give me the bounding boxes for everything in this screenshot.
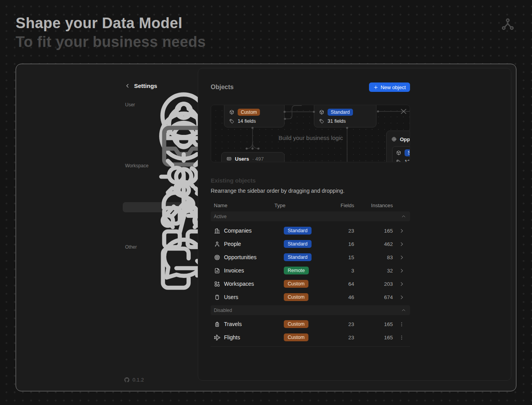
existing-objects-heading: Existing objects — [211, 177, 256, 184]
objects-heading: Objects — [211, 84, 234, 91]
page-title: Shape your Data Model — [16, 15, 183, 32]
chevron-right-icon[interactable] — [393, 294, 410, 300]
diagram-caption: Build your business logic — [252, 134, 369, 141]
table-row-opportunities[interactable]: Opportunities Standard 15 83 — [211, 251, 410, 264]
tag-icon — [229, 118, 235, 124]
type-badge: Custom — [284, 293, 308, 301]
settings-window: Settings User Profile Experience Account… — [16, 64, 516, 391]
diagram-users-card[interactable]: Users · 497 — [221, 152, 285, 162]
table-row-travels[interactable]: Travels Custom 23 165 — [211, 317, 410, 331]
close-icon — [401, 109, 406, 114]
cube-icon — [319, 109, 324, 115]
table-row-companies[interactable]: Companies Standard 23 165 — [211, 224, 410, 237]
settings-nav: Settings User Profile Experience Account… — [123, 81, 185, 273]
tag-icon — [396, 159, 401, 162]
chevron-right-icon[interactable] — [393, 241, 410, 247]
standard-badge: Standard — [405, 149, 410, 156]
chevron-up-icon — [401, 214, 406, 219]
type-badge: Remote — [284, 267, 309, 274]
id-card-icon — [226, 156, 232, 161]
table-row-flights[interactable]: Flights Custom 23 165 — [211, 331, 410, 344]
chevron-up-icon — [401, 308, 406, 313]
page-subtitle: To fit your business needs — [16, 34, 206, 50]
data-model-icon — [500, 17, 515, 32]
column-type: Type — [274, 202, 321, 208]
chevron-right-icon[interactable] — [393, 268, 410, 274]
chevron-right-icon[interactable] — [393, 281, 410, 287]
type-badge: Custom — [284, 320, 308, 328]
type-badge: Standard — [284, 253, 312, 261]
plane-icon — [214, 334, 224, 341]
type-badge: Standard — [284, 240, 312, 248]
column-fields: Fields — [321, 202, 354, 208]
target-icon — [391, 136, 397, 142]
tag-icon — [319, 118, 324, 124]
type-badge: Standard — [284, 227, 312, 235]
active-rows: Companies Standard 23 165 People Standar… — [211, 224, 410, 304]
disabled-rows: Travels Custom 23 165 Flights Custom 23 … — [211, 317, 410, 344]
cube-icon — [396, 150, 401, 156]
group-disabled[interactable]: Disabled — [211, 305, 410, 315]
cube-icon — [229, 109, 235, 115]
custom-badge: Custom — [238, 109, 260, 116]
diagram-opportunities-card[interactable]: Opportunities Standard 12 fields — [386, 131, 410, 162]
type-badge: Custom — [284, 333, 308, 341]
table-header: Name Type Fields Instances — [211, 201, 410, 210]
document-icon — [214, 267, 224, 274]
app-version: 0.1.2 — [124, 377, 144, 383]
existing-objects-description: Rearrange the sidebar order by dragging … — [211, 188, 344, 194]
table-row-invoices[interactable]: Invoices Remote 3 32 — [211, 264, 410, 277]
person-icon — [214, 241, 224, 247]
diagram-standard-object-card[interactable]: Standard 31 fields — [314, 105, 376, 127]
building-icon — [214, 228, 224, 234]
chevron-right-icon[interactable] — [393, 254, 410, 260]
new-object-button[interactable]: New object — [369, 82, 410, 92]
table-row-people[interactable]: People Standard 16 462 — [211, 237, 410, 251]
column-instances: Instances — [354, 202, 393, 208]
diagram-custom-object-card[interactable]: Custom 14 fields — [224, 105, 285, 127]
sidebar-item-log-out[interactable]: Log out — [123, 263, 185, 273]
objects-table: Name Type Fields Instances Active Compan… — [211, 201, 410, 347]
table-row-users[interactable]: Users Custom 46 674 — [211, 290, 410, 304]
plus-icon — [373, 85, 378, 90]
table-row-workspaces[interactable]: Workspaces Custom 64 203 — [211, 277, 410, 290]
standard-badge: Standard — [328, 109, 353, 116]
data-model-diagram: Custom 14 fields Standard — [211, 105, 410, 162]
kebab-menu-icon[interactable] — [393, 335, 410, 340]
luggage-icon — [214, 321, 224, 328]
column-name: Name — [214, 202, 274, 208]
github-icon — [124, 377, 130, 383]
type-badge: Custom — [284, 280, 308, 288]
table-divider — [211, 346, 410, 347]
vault-icon — [214, 294, 224, 301]
target-icon — [214, 254, 224, 261]
grid-plus-icon — [214, 281, 224, 287]
objects-panel: Objects New object Custom — [198, 68, 511, 381]
chevron-right-icon[interactable] — [393, 228, 410, 234]
group-active[interactable]: Active — [211, 211, 410, 221]
kebab-menu-icon[interactable] — [393, 321, 410, 327]
